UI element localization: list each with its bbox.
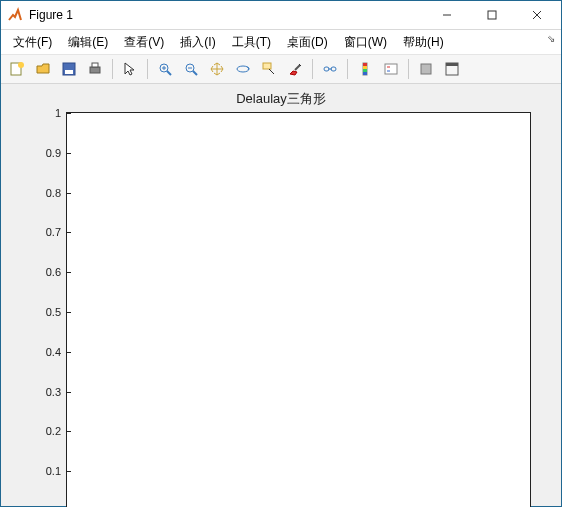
titlebar[interactable]: Figure 1: [1, 1, 561, 30]
svg-rect-34: [446, 63, 458, 66]
toolbar-separator: [112, 59, 113, 79]
y-tick-label: 0.8: [21, 187, 67, 199]
axes[interactable]: 00.10.20.30.40.50.60.70.80.9100.10.20.30…: [66, 112, 531, 507]
svg-line-11: [167, 71, 171, 75]
toolbar-separator: [347, 59, 348, 79]
new-figure-button[interactable]: [5, 57, 29, 81]
colorbar-button[interactable]: [353, 57, 377, 81]
zoom-in-button[interactable]: [153, 57, 177, 81]
menu-window[interactable]: 窗口(W): [336, 31, 395, 54]
open-button[interactable]: [31, 57, 55, 81]
rotate-button[interactable]: [231, 57, 255, 81]
print-button[interactable]: [83, 57, 107, 81]
menu-insert[interactable]: 插入(I): [172, 31, 223, 54]
menu-edit[interactable]: 编辑(E): [60, 31, 116, 54]
y-tick-label: 0.6: [21, 266, 67, 278]
y-tick-label: 0.7: [21, 226, 67, 238]
pointer-button[interactable]: [118, 57, 142, 81]
y-tick-mark: [66, 392, 71, 393]
toolbar-separator: [408, 59, 409, 79]
svg-line-20: [295, 65, 300, 70]
datacursor-button[interactable]: [257, 57, 281, 81]
figure-area[interactable]: Delaulay三角形 00.10.20.30.40.50.60.70.80.9…: [1, 84, 561, 506]
menu-tools[interactable]: 工具(T): [224, 31, 279, 54]
y-tick-label: 0.4: [21, 346, 67, 358]
window-title: Figure 1: [29, 8, 424, 22]
axes-title: Delaulay三角形: [1, 90, 561, 108]
y-tick-label: 0.5: [21, 306, 67, 318]
toolbar: [1, 55, 561, 84]
svg-rect-28: [363, 72, 367, 75]
menu-overflow-icon[interactable]: ⇘: [547, 33, 555, 44]
svg-rect-18: [263, 63, 271, 69]
y-tick-mark: [66, 431, 71, 432]
menubar: 文件(F) 编辑(E) 查看(V) 插入(I) 工具(T) 桌面(D) 窗口(W…: [1, 30, 561, 55]
svg-line-19: [269, 69, 274, 74]
y-tick-mark: [66, 113, 71, 114]
menu-file[interactable]: 文件(F): [5, 31, 60, 54]
toolbar-separator: [147, 59, 148, 79]
y-tick-mark: [66, 193, 71, 194]
y-tick-label: 1: [21, 107, 67, 119]
svg-rect-29: [385, 64, 397, 74]
svg-rect-1: [488, 11, 496, 19]
svg-rect-25: [363, 63, 367, 66]
triangulation-plot: [67, 113, 530, 507]
maximize-button[interactable]: [469, 3, 514, 27]
y-tick-mark: [66, 153, 71, 154]
link-button[interactable]: [318, 57, 342, 81]
dock-button[interactable]: [440, 57, 464, 81]
menu-desktop[interactable]: 桌面(D): [279, 31, 336, 54]
figure-window: Figure 1 文件(F) 编辑(E) 查看(V) 插入(I) 工具(T) 桌…: [0, 0, 562, 507]
zoom-out-button[interactable]: [179, 57, 203, 81]
y-tick-mark: [66, 471, 71, 472]
legend-button[interactable]: [379, 57, 403, 81]
menu-view[interactable]: 查看(V): [116, 31, 172, 54]
minimize-button[interactable]: [424, 3, 469, 27]
y-tick-label: 0.2: [21, 425, 67, 437]
svg-rect-32: [421, 64, 431, 74]
close-button[interactable]: [514, 3, 559, 27]
menu-help[interactable]: 帮助(H): [395, 31, 452, 54]
y-tick-label: 0.3: [21, 386, 67, 398]
y-tick-mark: [66, 232, 71, 233]
save-button[interactable]: [57, 57, 81, 81]
svg-rect-7: [65, 70, 73, 74]
svg-rect-8: [90, 67, 100, 73]
y-tick-label: 0.9: [21, 147, 67, 159]
brush-button[interactable]: [283, 57, 307, 81]
y-tick-mark: [66, 352, 71, 353]
svg-point-5: [18, 62, 24, 68]
matlab-icon: [7, 7, 23, 23]
svg-line-15: [193, 71, 197, 75]
y-tick-mark: [66, 312, 71, 313]
svg-rect-27: [363, 69, 367, 72]
hide-tools-button[interactable]: [414, 57, 438, 81]
svg-rect-9: [92, 63, 98, 67]
y-tick-label: 0.1: [21, 465, 67, 477]
toolbar-separator: [312, 59, 313, 79]
y-tick-mark: [66, 272, 71, 273]
pan-button[interactable]: [205, 57, 229, 81]
svg-rect-26: [363, 66, 367, 69]
